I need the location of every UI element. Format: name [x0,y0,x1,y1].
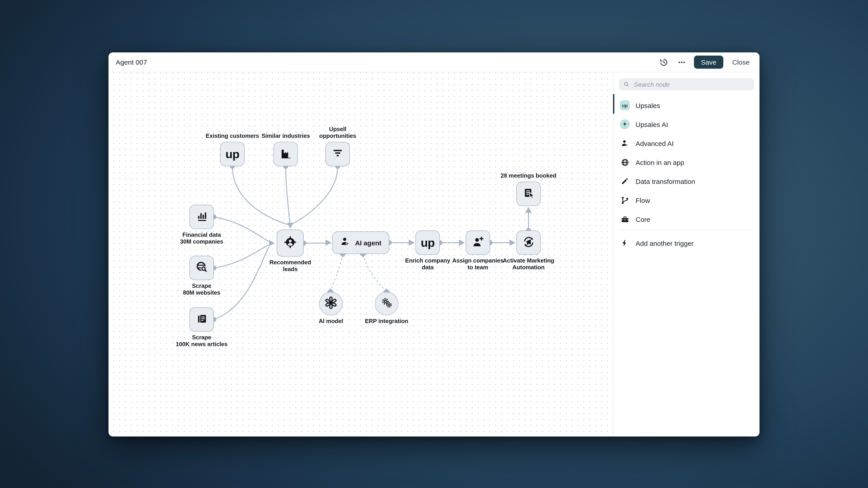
sidebar-item-label: Add another trigger [636,239,694,247]
news-icon [195,313,208,326]
close-button[interactable]: Close [730,57,752,68]
node-similar-industries[interactable]: Similar industries [274,142,298,166]
node-financial-data[interactable]: Financial data 30M companies [189,205,214,229]
bolt-icon [620,238,630,248]
active-item-indicator [613,94,614,114]
desktop-background: Agent 007 Save Close [0,0,868,488]
node-label: Assign companies to team [452,258,504,271]
node-category-list: up Upsales Upsales AI [614,96,760,253]
node-scrape-websites[interactable]: Scrape 80M websites [189,256,214,280]
bar-chart-icon [195,210,208,224]
node-palette-sidebar: up Upsales Upsales AI [613,72,760,436]
node-activate-marketing[interactable]: Activate Marketing Automation [516,230,541,255]
node-label: Upsell opportunities [319,126,356,139]
sidebar-item-label: Data transformation [636,177,695,185]
header-actions: Save Close [658,56,752,69]
lead-target-icon [283,235,297,251]
web-search-icon [195,261,208,275]
node-enrich-company-data[interactable]: up Enrich company data [415,230,440,255]
node-erp-integration[interactable]: ERP integration [375,292,398,315]
node-label: Recommended leads [270,259,311,272]
node-label: Scrape 100K news articles [176,334,227,348]
factory-icon [280,147,292,161]
sidebar-item-label: Flow [636,196,650,204]
person-add-icon [472,236,484,250]
node-label: Similar industries [261,133,310,139]
sidebar-item-core[interactable]: Core [614,210,760,229]
node-existing-customers[interactable]: up Existing customers [220,142,245,166]
window-header: Agent 007 Save Close [108,53,760,72]
sidebar-item-label: Upsales [636,101,660,109]
history-icon[interactable] [658,56,670,68]
search-icon [623,81,630,88]
upsales-up-logo: up [421,237,435,249]
sidebar-divider [620,230,753,230]
upsales-badge: up [620,100,630,110]
branch-icon [620,195,630,205]
pencil-icon [620,176,630,186]
node-ai-model[interactable]: AI model [319,292,343,315]
megaphone-sync-icon [522,235,535,250]
sidebar-item-label: Upsales AI [636,121,668,128]
node-label: ERP integration [365,318,408,325]
node-label: AI agent [355,239,381,247]
flow-editor-window: Agent 007 Save Close [108,53,760,436]
sidebar-item-data-transformation[interactable]: Data transformation [614,172,760,191]
openai-icon [324,296,338,311]
person-sparkle-icon [340,236,351,249]
node-assign-companies[interactable]: Assign companies to team [466,230,490,255]
sidebar-item-action-in-app[interactable]: Action in an app [614,153,760,172]
flow-canvas[interactable]: up Existing customers Similar industries [108,72,613,436]
sidebar-item-upsales-ai[interactable]: Upsales AI [614,115,760,134]
node-upsell-opportunities[interactable]: Upsell opportunities [326,142,350,166]
page-title: Agent 007 [116,58,147,66]
filter-icon [332,147,344,161]
upsales-up-logo: up [225,148,239,160]
sidebar-item-label: Action in an app [636,158,684,166]
search-input[interactable] [633,80,750,88]
form-click-icon [522,187,535,201]
node-meetings-booked[interactable]: 28 meetings booked [516,182,541,206]
node-label: 28 meetings booked [501,172,556,179]
sparkle-icon [620,119,630,129]
gears-icon [380,297,393,311]
sidebar-item-add-trigger[interactable]: Add another trigger [614,234,760,253]
person-sparkle-icon [620,138,630,148]
node-label: Financial data 30M companies [180,232,223,245]
toolbox-icon [620,214,630,224]
node-label: Existing customers [206,133,259,139]
node-scrape-news[interactable]: Scrape 100K news articles [189,307,214,332]
node-ai-agent[interactable]: AI agent [332,231,389,254]
search-node-box [619,78,754,90]
node-label: AI model [319,318,343,325]
node-label: Activate Marketing Automation [503,258,554,271]
sidebar-item-label: Advanced AI [636,139,674,147]
node-recommended-leads[interactable]: Recommended leads [277,230,304,257]
node-label: Enrich company data [405,258,450,271]
node-label: Scrape 80M websites [183,283,220,296]
sidebar-item-advanced-ai[interactable]: Advanced AI [614,134,760,153]
sidebar-item-label: Core [636,215,650,223]
ellipsis-icon[interactable] [676,56,688,68]
save-button[interactable]: Save [694,56,723,69]
sidebar-item-flow[interactable]: Flow [614,191,760,210]
sidebar-item-upsales[interactable]: up Upsales [614,96,760,115]
globe-icon [620,157,630,167]
